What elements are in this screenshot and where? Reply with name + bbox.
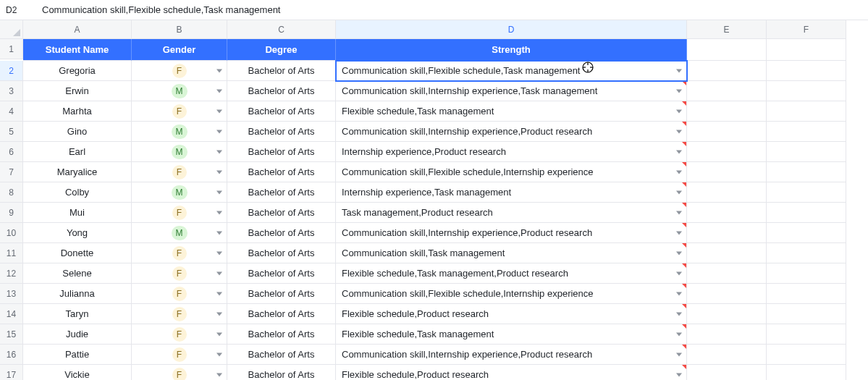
row-head-7[interactable]: 7 [0,162,23,182]
cell-E6[interactable] [687,142,767,162]
dropdown-arrow-icon[interactable] [216,373,222,376]
cell-F6[interactable] [767,142,846,162]
cell-E3[interactable] [687,81,767,101]
header-student-name[interactable]: Student Name [23,39,132,61]
row-head-12[interactable]: 12 [0,263,23,284]
dropdown-arrow-icon[interactable] [216,89,222,93]
row-head-6[interactable]: 6 [0,142,23,162]
row-head-5[interactable]: 5 [0,122,23,142]
cell-strength[interactable]: Internship experience,Product research [336,142,687,162]
cell-name[interactable]: Gregoria [23,61,132,81]
cell-E2[interactable] [687,61,767,81]
cell-strength[interactable]: Flexible schedule,Product research [336,365,687,380]
cell-F5[interactable] [767,122,846,142]
cell-strength[interactable]: Communication skill,Internship experienc… [336,81,687,101]
cell-degree[interactable]: Bachelor of Arts [227,142,336,162]
cell-name[interactable]: Selene [23,263,132,284]
cell-degree[interactable]: Bachelor of Arts [227,324,336,345]
cell-gender[interactable]: F [132,324,227,345]
cell-strength[interactable]: Communication skill,Flexible schedule,In… [336,162,687,182]
cell-degree[interactable]: Bachelor of Arts [227,263,336,284]
dropdown-arrow-icon[interactable] [676,271,682,275]
dropdown-arrow-icon[interactable] [216,312,222,316]
dropdown-arrow-icon[interactable] [216,109,222,113]
cell-degree[interactable]: Bachelor of Arts [227,81,336,101]
cell-name[interactable]: Judie [23,324,132,345]
cell-name[interactable]: Vickie [23,365,132,380]
dropdown-arrow-icon[interactable] [216,292,222,295]
cell-gender[interactable]: M [132,142,227,162]
dropdown-arrow-icon[interactable] [676,69,682,72]
cell-E17[interactable] [687,365,767,380]
col-head-B[interactable]: B [132,20,227,39]
cell-name[interactable]: Donette [23,243,132,263]
cell-strength[interactable]: Communication skill,Internship experienc… [336,223,687,243]
cell-E4[interactable] [687,101,767,122]
cell-gender[interactable]: F [132,203,227,223]
cell-F8[interactable] [767,182,846,203]
dropdown-arrow-icon[interactable] [216,332,222,336]
cell-degree[interactable]: Bachelor of Arts [227,345,336,365]
cell-gender[interactable]: F [132,284,227,304]
cell-F17[interactable] [767,365,846,380]
dropdown-arrow-icon[interactable] [216,170,222,174]
cell-gender[interactable]: F [132,263,227,284]
dropdown-arrow-icon[interactable] [216,352,222,356]
cell-strength[interactable]: Task management,Product research [336,203,687,223]
cell-F4[interactable] [767,101,846,122]
cell-name[interactable]: Yong [23,223,132,243]
cell-F1[interactable] [767,39,846,61]
dropdown-arrow-icon[interactable] [676,312,682,316]
cell-strength[interactable]: Flexible schedule,Task management,Produc… [336,263,687,284]
cell-strength[interactable]: Communication skill,Flexible schedule,In… [336,284,687,304]
cell-E1[interactable] [687,39,767,61]
col-head-F[interactable]: F [767,20,846,39]
cell-strength[interactable]: Communication skill,Internship experienc… [336,122,687,142]
cell-name[interactable]: Maryalice [23,162,132,182]
cell-F11[interactable] [767,243,846,263]
row-head-17[interactable]: 17 [0,365,23,380]
cell-strength[interactable]: Communication skill,Internship experienc… [336,345,687,365]
cell-gender[interactable]: M [132,182,227,203]
dropdown-arrow-icon[interactable] [676,332,682,336]
dropdown-arrow-icon[interactable] [216,150,222,153]
row-head-13[interactable]: 13 [0,284,23,304]
cell-name[interactable]: Taryn [23,304,132,324]
row-head-1[interactable]: 1 [0,39,23,59]
select-all-corner[interactable] [0,20,23,39]
header-degree[interactable]: Degree [227,39,336,61]
row-head-9[interactable]: 9 [0,203,23,223]
cell-strength[interactable]: Flexible schedule,Product research [336,304,687,324]
cell-degree[interactable]: Bachelor of Arts [227,162,336,182]
cell-strength[interactable]: Communication skill,Task management [336,243,687,263]
cell-degree[interactable]: Bachelor of Arts [227,182,336,203]
cell-degree[interactable]: Bachelor of Arts [227,284,336,304]
dropdown-arrow-icon[interactable] [216,271,222,275]
row-head-15[interactable]: 15 [0,324,23,345]
cell-E12[interactable] [687,263,767,284]
dropdown-arrow-icon[interactable] [216,231,222,235]
formula-value[interactable]: Communication skill,Flexible schedule,Ta… [36,4,868,15]
cell-F14[interactable] [767,304,846,324]
cell-F15[interactable] [767,324,846,345]
row-head-16[interactable]: 16 [0,345,23,365]
cell-name[interactable]: Erwin [23,81,132,101]
cell-gender[interactable]: F [132,162,227,182]
cell-degree[interactable]: Bachelor of Arts [227,365,336,380]
cell-E9[interactable] [687,203,767,223]
cell-F2[interactable] [767,61,846,81]
cell-reference[interactable]: D2 [0,5,36,15]
cell-F9[interactable] [767,203,846,223]
cell-name[interactable]: Julianna [23,284,132,304]
dropdown-arrow-icon[interactable] [676,109,682,113]
col-head-E[interactable]: E [687,20,767,39]
dropdown-arrow-icon[interactable] [676,211,682,214]
cell-degree[interactable]: Bachelor of Arts [227,101,336,122]
cell-degree[interactable]: Bachelor of Arts [227,243,336,263]
dropdown-arrow-icon[interactable] [216,69,222,72]
dropdown-arrow-icon[interactable] [676,373,682,376]
row-head-8[interactable]: 8 [0,182,23,203]
cell-degree[interactable]: Bachelor of Arts [227,122,336,142]
dropdown-arrow-icon[interactable] [676,89,682,93]
row-head-3[interactable]: 3 [0,81,23,101]
